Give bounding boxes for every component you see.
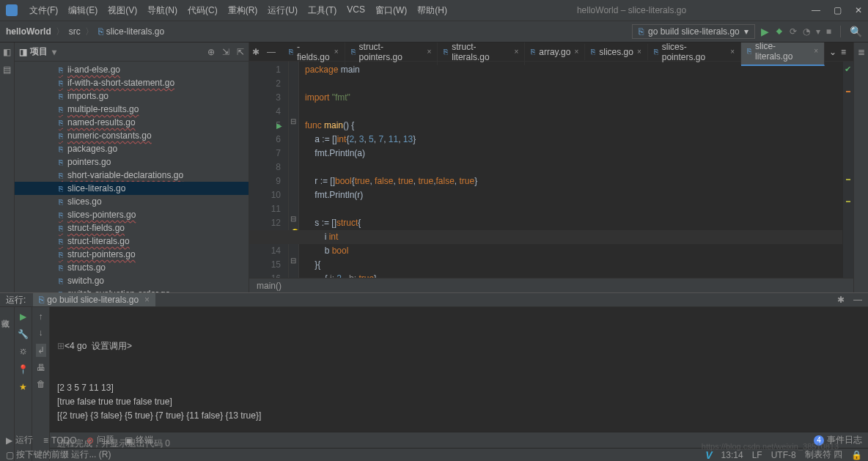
code-lines[interactable]: package main import "fmt" func main() { … [299,62,853,278]
file-item[interactable]: ⎘ii-and-else.go [15,63,249,76]
fold-icon[interactable]: ⊟ [290,215,296,223]
status-encoding[interactable]: UTF-8 [771,450,796,460]
code-line[interactable]: a := []int{2, 3, 5, 7, 11, 13} [305,133,853,147]
close-icon[interactable]: × [427,48,431,56]
breadcrumb-file[interactable]: slice-literals.go [106,26,164,37]
menu-item[interactable]: 导航(N) [143,2,182,19]
rerun-icon[interactable]: ▶ [20,311,26,322]
project-title[interactable]: 项目 [30,45,48,58]
close-icon[interactable]: ✕ [855,5,862,15]
menu-item[interactable]: 视图(V) [103,2,141,19]
build-config-select[interactable]: ⎘ go build slice-literals.go ▾ [632,24,755,39]
file-item[interactable]: ⎘structs.go [15,261,249,274]
breadcrumb-project[interactable]: helloWorld [6,26,51,37]
console[interactable]: ⊞<4 go 设置调用> [2 3 5 7 11 13][true false … [50,307,868,461]
breadcrumb-folder[interactable]: src [69,26,81,37]
database-icon[interactable]: ≣ [858,47,865,57]
code-line[interactable]: r := []bool{true, false, true, true,fals… [305,174,853,188]
file-item[interactable]: ⎘multiple-results.go [15,103,249,116]
code-line[interactable]: fmt.Println(a) [305,147,853,161]
menu-item[interactable]: VCS [342,2,369,19]
code-line[interactable]: func main() { [305,119,853,133]
problems-tool-tab[interactable]: ⊘问题 [87,434,114,446]
file-item[interactable]: ⎘short-variable-declarations.go [15,169,249,182]
file-item[interactable]: ⎘named-results.go [15,116,249,129]
todo-tool-tab[interactable]: ≡TODO [43,435,76,446]
run-tool-tab[interactable]: ▶运行 [6,434,33,446]
file-tree[interactable]: ⎘ii-and-else.go⎘if-with-a-short-statemen… [15,62,249,292]
editor-tab[interactable]: ⎘array.go× [525,44,585,60]
stop-icon[interactable]: ▾ [816,26,820,37]
file-item[interactable]: ⎘switch.go [15,274,249,287]
collapse-icon[interactable]: ⇱ [237,47,244,57]
structure-icon[interactable]: ▤ [3,64,11,75]
code-line[interactable]: s := []struct{ [305,216,853,230]
status-icon[interactable]: ▢ [6,450,14,460]
menu-item[interactable]: 文件(F) [25,2,62,19]
code-line[interactable]: b bool [305,244,853,258]
file-item[interactable]: ⎘struct-fields.go [15,221,249,235]
file-item[interactable]: ⎘struct-pointers.go [15,248,249,261]
menu-item[interactable]: 窗口(W) [371,2,411,19]
dropdown-icon[interactable]: ▾ [52,47,56,57]
menu-item[interactable]: 代码(C) [183,2,222,19]
code-line[interactable] [305,161,853,174]
minimize-icon[interactable]: — [812,5,820,15]
file-item[interactable]: ⎘packages.go [15,142,249,155]
settings-icon[interactable]: ✱ [837,295,845,305]
close-icon[interactable]: × [730,48,735,56]
code-line[interactable] [305,77,853,91]
code-line[interactable]: }{ [305,258,853,272]
profiler-icon[interactable]: ◔ [803,26,810,37]
editor-tab[interactable]: ⎘slices.go× [585,44,648,60]
file-item[interactable]: ⎘imports.go [15,89,249,103]
code-line[interactable]: package main [305,63,853,77]
close-icon[interactable]: × [637,48,641,56]
file-item[interactable]: ⎘pointers.go [15,155,249,169]
run-tab[interactable]: ⎘ go build slice-literals.go × [33,293,155,306]
close-icon[interactable]: × [144,295,150,305]
maximize-icon[interactable]: ▢ [834,5,842,15]
expand-icon[interactable]: ⇲ [222,47,229,57]
terminal-tool-tab[interactable]: ▣终端 [125,434,153,446]
close-icon[interactable]: × [514,48,518,56]
soft-wrap-icon[interactable]: ↲ [36,344,46,357]
code-line[interactable]: { i: 2, b: true}, [305,272,853,278]
project-view-icon[interactable]: ◧ [3,47,11,57]
stop-button[interactable]: ■ [826,26,831,37]
locate-icon[interactable]: ⊕ [207,47,215,57]
pin-icon[interactable]: 📍 [18,364,29,375]
menu-item[interactable]: 工具(T) [304,2,341,19]
file-item[interactable]: ⎘switch-evaluation-order.go [15,287,249,292]
close-icon[interactable]: × [814,47,818,55]
code-line[interactable]: import "fmt" [305,91,853,105]
settings-icon[interactable]: ✱ [252,47,260,57]
menu-item[interactable]: 运行(U) [263,2,302,19]
print-icon[interactable]: 🖶 [37,363,45,373]
file-item[interactable]: ⎘slice-literals.go [15,182,249,195]
run-button[interactable]: ▶ [761,26,769,37]
file-item[interactable]: ⎘slices-pointers.go [15,208,249,221]
fold-icon[interactable]: ⊟ [290,117,296,125]
run-gutter-icon[interactable]: ▶ [276,119,282,133]
code-line[interactable]: fmt.Println(r) [305,188,853,202]
close-icon[interactable]: × [334,48,339,56]
trash-icon[interactable]: 🗑 [37,379,45,389]
status-eol[interactable]: LF [752,450,762,460]
menu-item[interactable]: 帮助(H) [413,2,452,19]
code-line[interactable] [305,105,853,119]
favorites-icon[interactable]: ★ [19,382,27,392]
lock-icon[interactable]: 🔒 [851,450,862,460]
hide-icon[interactable]: — [267,47,276,57]
search-icon[interactable]: 🔍 [850,26,862,37]
file-item[interactable]: ⎘if-with-a-short-statement.go [15,76,249,89]
file-item[interactable]: ⎘slices.go [15,195,249,208]
fold-icon[interactable]: ⊟ [290,257,296,265]
code-line[interactable]: i int [305,230,853,244]
tab-overflow[interactable]: ⌄ ≡ [825,47,850,57]
attach-icon[interactable]: ⟳ [790,26,797,37]
hide-icon[interactable]: — [853,295,862,305]
debug-button[interactable]: ⯁ [775,26,784,37]
editor-crumb[interactable]: main() [249,278,853,292]
code-line[interactable] [305,202,853,216]
